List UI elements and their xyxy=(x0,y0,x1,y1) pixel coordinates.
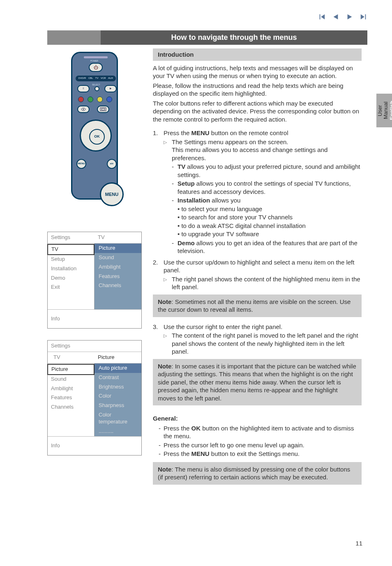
menu1-left-panel: TV Setup Installation Demo Exit xyxy=(48,244,95,309)
menu1-item-tv: TV xyxy=(47,244,95,255)
dash-icon: - xyxy=(159,450,164,458)
g3-b: MENU xyxy=(191,450,210,457)
menu2-item-picture: Picture xyxy=(47,364,95,375)
menu1-r-features: Features xyxy=(95,272,141,281)
device-selector-bar: DVD/R CBL TV VCR AUX xyxy=(76,76,116,81)
menu2-right-panel: Auto picture Contrast Brightness Color S… xyxy=(95,364,141,436)
menu2-item-channels: Channels xyxy=(48,403,94,412)
menu2-body: Picture Sound Ambilight Features Channel… xyxy=(48,364,141,436)
play-button: ▶ xyxy=(104,85,117,92)
dash-icon: - xyxy=(172,163,178,179)
menu2-header: Settings xyxy=(48,341,141,352)
step1-content: Press the MENU button on the remote cont… xyxy=(164,129,362,255)
menu2-head-right: Picture xyxy=(95,354,138,361)
green-button xyxy=(88,97,93,102)
step3-content: Use the cursor right to enter the right … xyxy=(164,323,362,356)
triangle-icon: ▷ xyxy=(164,138,172,162)
step1-inst-b0: • to select your menu language xyxy=(178,205,362,213)
g1-b: OK xyxy=(191,425,201,432)
lang-sub: User Manual xyxy=(377,102,389,120)
step3-sub: The content of the right panel is moved … xyxy=(172,331,362,356)
note2-t: : In some cases it is important that the… xyxy=(158,363,356,402)
step1-demo-t: allows you to get an idea of the feature… xyxy=(178,239,357,255)
general-heading: General: xyxy=(153,414,362,423)
select-button xyxy=(95,86,99,91)
step1-setup: Setup allows you to control the settings… xyxy=(178,179,362,196)
nav-prev-icon[interactable] xyxy=(332,13,339,23)
step1-inst-b3: • to upgrade your TV software xyxy=(178,230,362,238)
power-icon: ⏻ xyxy=(94,64,98,70)
lang-name: English xyxy=(389,101,392,120)
step1-sub-line2: This menu allows you to access and chang… xyxy=(172,146,327,161)
menu2-subheader: TV Picture xyxy=(48,352,141,364)
step1-bold: MENU xyxy=(191,129,210,136)
step1-setup-b: Setup xyxy=(178,180,195,187)
dash-icon: - xyxy=(172,179,178,196)
step3-num: 3. xyxy=(153,323,164,356)
nav-last-icon[interactable] xyxy=(360,13,367,23)
power-button: ⏻ xyxy=(89,63,103,72)
nav-ring: OK xyxy=(80,120,112,152)
yellow-button xyxy=(97,97,103,102)
menu2-item-sound: Sound xyxy=(48,375,94,384)
menu2-r-sharpness: Sharpness xyxy=(95,401,141,410)
menu1-r-blank2 xyxy=(95,300,141,309)
nav-next-icon[interactable] xyxy=(346,13,353,23)
intro-body: A lot of guiding instructions, help text… xyxy=(153,64,362,124)
red-button xyxy=(78,97,84,102)
menu1-head-right: TV xyxy=(95,234,138,241)
note-box-2: Note: In some cases it is important that… xyxy=(153,359,362,406)
menu1-right-panel: Picture Sound Ambilight Features Channel… xyxy=(95,244,141,309)
menu2-r-autopicture: Auto picture xyxy=(95,364,141,373)
g3-post: button to exit the Settings menu. xyxy=(210,450,300,457)
menu2-head-mid: TV xyxy=(51,354,95,361)
step1-inst-b2: • to do a weak ATSC digital channel inst… xyxy=(178,222,362,230)
nav-first-icon[interactable] xyxy=(318,13,325,23)
step3-text: Use the cursor right to enter the right … xyxy=(164,323,282,330)
triangle-icon: ▷ xyxy=(164,275,172,291)
step1-tv-t: allows you to adjust your preferred pict… xyxy=(178,163,360,178)
gnote-b: Note xyxy=(158,466,171,473)
right-column: Introduction A lot of guiding instructio… xyxy=(153,48,362,490)
menu2-r-brightness: Brightness xyxy=(95,382,141,392)
list-button: ≡ xyxy=(77,85,90,92)
intro-p3: The color buttons refer to different act… xyxy=(153,99,362,124)
triangle-icon: ▷ xyxy=(164,331,172,356)
step1-tv-b: TV xyxy=(178,163,185,170)
remote-ir-slot xyxy=(84,56,108,58)
menu2-item-ambilight: Ambilight xyxy=(48,384,94,393)
select-label: SELECT xyxy=(92,83,100,86)
menu1-r-blank1 xyxy=(95,290,141,300)
note1-t: : Sometimes not all the menu items are v… xyxy=(158,298,350,313)
small-circles-row: MENU a/v xyxy=(76,159,117,169)
step2-sub: The right panel shows the content of the… xyxy=(172,275,362,291)
menu1-head-left: Settings xyxy=(51,234,95,241)
g3-pre: Press the xyxy=(164,450,191,457)
menu1-r-sound: Sound xyxy=(95,253,141,262)
step2-content: Use the cursor up/down to highlight and … xyxy=(164,258,362,291)
step2-num: 2. xyxy=(153,258,164,291)
menu1-info: Info xyxy=(48,309,141,328)
menu2-info: Info xyxy=(48,436,141,455)
header-band: How to navigate through the menus xyxy=(47,30,367,45)
power-label: POWER xyxy=(90,60,98,62)
row-2 xyxy=(77,106,109,113)
step1-num: 1. xyxy=(153,129,164,255)
device-vcr: VCR xyxy=(101,77,106,80)
menu1-r-channels: Channels xyxy=(95,281,141,290)
step1-inst-t: allows you xyxy=(210,197,240,204)
svg-rect-3 xyxy=(101,108,105,110)
menu1-r-picture: Picture xyxy=(95,244,141,253)
color-buttons-row xyxy=(78,97,112,102)
step-1: 1. Press the MENU button on the remote c… xyxy=(153,129,362,255)
menu-button-small: MENU xyxy=(76,159,86,169)
note1-b: Note xyxy=(158,298,171,305)
intro-p1: A lot of guiding instructions, help text… xyxy=(153,64,362,80)
step1-tv: TV allows you to adjust your preferred p… xyxy=(178,163,362,179)
step1-sub: The Settings menu appears on the screen.… xyxy=(172,138,362,162)
remote-body: POWER ⏻ DVD/R CBL TV VCR AUX ≡ ▶ SELECT xyxy=(71,52,118,200)
dash-icon: - xyxy=(172,239,178,255)
device-aux: AUX xyxy=(108,77,113,80)
step1-demo-b: Demo xyxy=(178,239,195,246)
g1-pre: Press the xyxy=(164,425,191,432)
